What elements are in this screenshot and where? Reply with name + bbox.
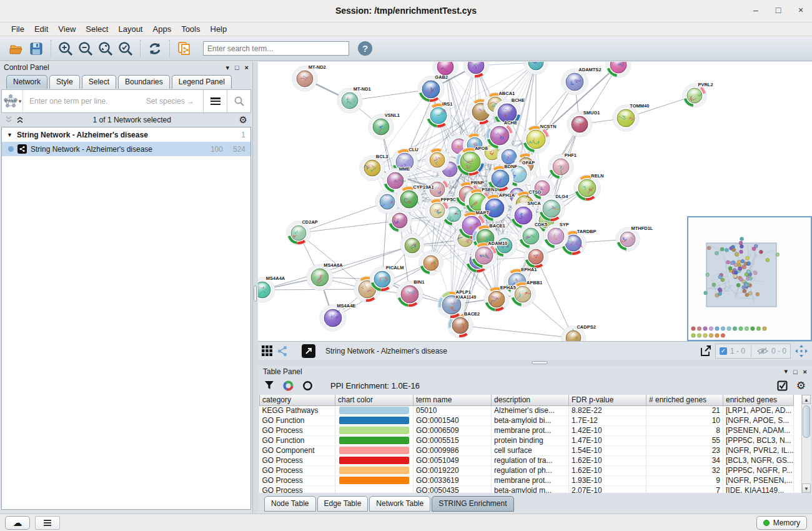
tab-string-enrichment[interactable]: STRING Enrichment bbox=[432, 496, 513, 512]
menu-select[interactable]: Select bbox=[81, 24, 113, 34]
network-collection-row[interactable]: ▼ String Network - Alzheimer's disease 1 bbox=[2, 127, 250, 142]
col-category[interactable]: category bbox=[260, 395, 335, 405]
task-history-button[interactable] bbox=[35, 516, 60, 530]
close-button[interactable]: × bbox=[795, 5, 807, 15]
network-node[interactable] bbox=[463, 62, 488, 78]
tab-node-table[interactable]: Node Table bbox=[264, 496, 316, 512]
menu-apps[interactable]: Apps bbox=[148, 24, 177, 34]
network-node[interactable]: PVRL2 bbox=[683, 82, 713, 107]
table-row[interactable]: GO ProcessGO:0019220regulation of ph...1… bbox=[260, 465, 794, 475]
network-node[interactable]: VSNL1 bbox=[369, 112, 400, 139]
ring-icon[interactable] bbox=[302, 380, 313, 391]
grid-view-icon[interactable] bbox=[262, 345, 273, 357]
search-input[interactable] bbox=[203, 41, 349, 56]
table-row[interactable]: GO ProcessGO:0051049regulation of tra...… bbox=[260, 455, 794, 465]
col-description[interactable]: description bbox=[492, 395, 569, 405]
help-button[interactable]: ? bbox=[358, 41, 372, 56]
network-node[interactable]: SMUG1 bbox=[567, 110, 600, 137]
network-node[interactable] bbox=[425, 148, 449, 172]
network-canvas[interactable]: MT-ND2MT-ND1VSNL1GAB2ADAMTS2PVRL2TOMM40S… bbox=[258, 62, 812, 341]
tab-legend-panel[interactable]: Legend Panel bbox=[172, 75, 232, 89]
network-node[interactable]: MT-ND1 bbox=[337, 86, 371, 113]
network-node[interactable]: NCSTN bbox=[522, 124, 557, 153]
table-panel-float-icon[interactable]: □ bbox=[793, 368, 798, 375]
network-node[interactable]: CD2AP bbox=[287, 219, 318, 245]
collapse-all-icon[interactable] bbox=[5, 116, 14, 124]
expand-all-icon[interactable] bbox=[16, 116, 25, 124]
expander-icon[interactable]: ▼ bbox=[7, 132, 13, 138]
network-node[interactable]: TOMM40 bbox=[613, 103, 649, 131]
cloud-button[interactable]: ☁ bbox=[5, 516, 30, 530]
table-panel-close-icon[interactable]: × bbox=[803, 368, 807, 375]
menu-view[interactable]: View bbox=[53, 24, 81, 34]
export-network-icon[interactable] bbox=[699, 345, 711, 357]
zoom-in-button[interactable] bbox=[56, 39, 76, 59]
refresh-button[interactable] bbox=[145, 39, 165, 59]
network-node[interactable]: GAB2 bbox=[418, 74, 448, 102]
open-session-button[interactable] bbox=[6, 39, 26, 59]
query-options-button[interactable] bbox=[203, 90, 227, 112]
network-node[interactable]: MS4A4A bbox=[258, 275, 285, 302]
table-vertical-scrollbar[interactable]: ▲ ▼ bbox=[801, 395, 811, 493]
table-settings-gear-icon[interactable]: ⚙ bbox=[796, 379, 806, 392]
menu-file[interactable]: File bbox=[6, 24, 29, 34]
network-node[interactable]: PHF1 bbox=[548, 152, 577, 179]
zoom-out-button[interactable] bbox=[76, 39, 96, 59]
filter-icon[interactable] bbox=[264, 380, 274, 390]
network-node[interactable] bbox=[375, 190, 399, 214]
term-input-placeholder[interactable]: Enter one term per line. bbox=[29, 97, 146, 106]
donut-chart-icon[interactable] bbox=[283, 380, 294, 391]
maximize-button[interactable]: □ bbox=[772, 5, 785, 15]
network-row[interactable]: String Network - Alzheimer's disease 100… bbox=[2, 142, 250, 156]
network-options-gear-icon[interactable]: ⚙ bbox=[239, 114, 247, 126]
menu-tools[interactable]: Tools bbox=[176, 24, 205, 34]
network-node[interactable] bbox=[419, 251, 443, 275]
set-species-label[interactable]: Set species → bbox=[146, 97, 194, 106]
menu-layout[interactable]: Layout bbox=[113, 24, 147, 34]
tab-network-table[interactable]: Network Table bbox=[369, 496, 430, 512]
col-term-name[interactable]: term name bbox=[413, 395, 492, 405]
splitter-handle[interactable] bbox=[532, 361, 548, 364]
scroll-down-arrow[interactable]: ▼ bbox=[802, 484, 811, 493]
table-row[interactable]: GO ComponentGO:0009986cell surface1.54E-… bbox=[260, 445, 794, 455]
tab-style[interactable]: Style bbox=[49, 75, 80, 89]
query-search-button[interactable] bbox=[227, 90, 250, 112]
memory-button[interactable]: Memory bbox=[756, 516, 807, 530]
hidden-eye-icon[interactable] bbox=[757, 347, 768, 355]
network-node[interactable]: RELN bbox=[574, 173, 604, 201]
string-protein-query-dropdown[interactable]: STRING ▾ bbox=[2, 90, 23, 112]
network-node[interactable]: MS4A4E bbox=[320, 303, 355, 331]
selected-checkbox-icon[interactable]: ✓ bbox=[720, 347, 727, 355]
table-panel-collapse-icon[interactable]: ▾ bbox=[784, 367, 788, 375]
menu-edit[interactable]: Edit bbox=[29, 24, 53, 34]
birdseye-view[interactable] bbox=[687, 216, 812, 341]
tab-network[interactable]: Network bbox=[6, 75, 47, 89]
scrollbar-thumb[interactable] bbox=[803, 405, 810, 438]
network-node[interactable]: MS4A6A bbox=[307, 262, 343, 290]
select-columns-icon[interactable] bbox=[777, 380, 788, 391]
table-row[interactable]: KEGG Pathways05010Alzheimer's dise...8.8… bbox=[260, 405, 794, 415]
save-session-button[interactable] bbox=[26, 39, 46, 59]
network-node[interactable]: IRS1 bbox=[426, 101, 453, 128]
col-genes[interactable]: enriched genes bbox=[723, 395, 794, 405]
clone-network-button[interactable] bbox=[174, 39, 194, 59]
menu-help[interactable]: Help bbox=[205, 24, 232, 34]
network-node[interactable]: MTHFD1L bbox=[616, 226, 653, 251]
table-row[interactable]: GO FunctionGO:0005515protein binding1.47… bbox=[260, 435, 794, 445]
scroll-up-arrow[interactable]: ▲ bbox=[802, 395, 811, 404]
minimize-button[interactable]: – bbox=[750, 5, 762, 15]
zoom-selected-button[interactable] bbox=[116, 39, 136, 59]
control-panel-collapse-icon[interactable]: ▾ bbox=[225, 64, 229, 72]
network-node[interactable] bbox=[524, 245, 548, 269]
col-chart-color[interactable]: chart color bbox=[335, 395, 413, 405]
network-node[interactable] bbox=[606, 62, 631, 77]
vertical-splitter[interactable] bbox=[253, 62, 258, 514]
network-node[interactable]: ADAMTS2 bbox=[562, 67, 602, 95]
control-panel-close-icon[interactable]: × bbox=[245, 64, 249, 71]
table-row[interactable]: GO ProcessGO:0050435beta-amyloid m...2.0… bbox=[260, 485, 794, 493]
col-fdr[interactable]: FDR p-value bbox=[569, 395, 646, 405]
table-row[interactable]: GO ProcessGO:0006509membrane prot...1.42… bbox=[260, 425, 794, 435]
tab-select[interactable]: Select bbox=[82, 75, 116, 89]
tab-edge-table[interactable]: Edge Table bbox=[317, 496, 369, 512]
network-node[interactable] bbox=[400, 234, 424, 257]
